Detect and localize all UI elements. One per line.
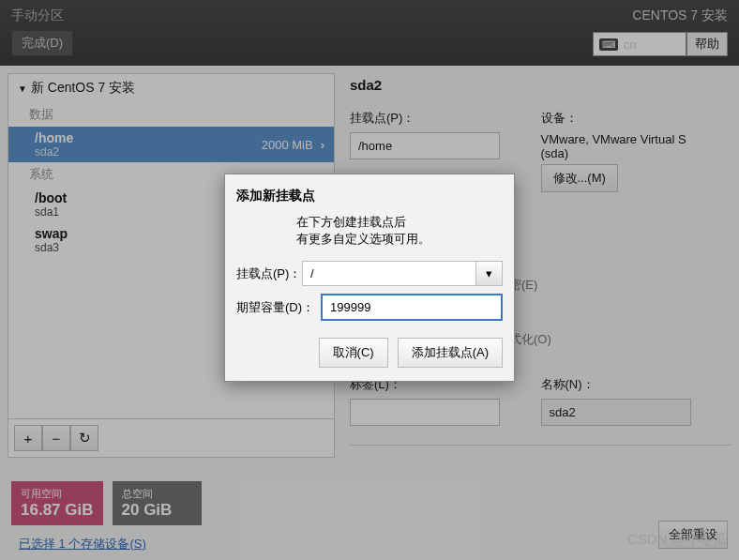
dialog-add-button[interactable]: 添加挂载点(A): [398, 338, 503, 368]
dialog-mount-label: 挂载点(P)：: [236, 265, 302, 282]
dialog-mount-combo[interactable]: [302, 261, 476, 286]
dialog-cancel-button[interactable]: 取消(C): [319, 338, 388, 368]
dialog-mount-dropdown-button[interactable]: ▾: [476, 261, 503, 286]
dialog-title: 添加新挂载点: [236, 188, 503, 204]
dialog-capacity-input[interactable]: [321, 294, 503, 321]
dialog-capacity-label: 期望容量(D)：: [236, 299, 321, 316]
add-mount-dialog: 添加新挂载点 在下方创建挂载点后 有更多自定义选项可用。 挂载点(P)： ▾ 期…: [224, 174, 515, 382]
